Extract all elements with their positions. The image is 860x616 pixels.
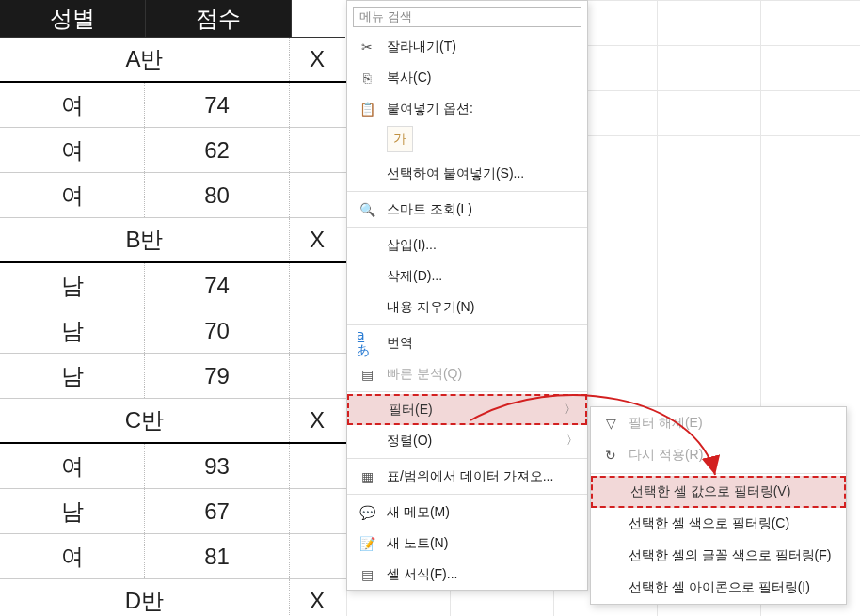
- submenu-filter-by-value[interactable]: 선택한 셀 값으로 필터링(V): [591, 476, 846, 508]
- group-label: C반: [0, 399, 290, 442]
- group-label: A반: [0, 38, 290, 81]
- table-row[interactable]: 남 67: [0, 489, 348, 534]
- cell-gender: 여: [0, 444, 145, 488]
- scissors-icon: ✂: [357, 39, 377, 55]
- submenu-filter-by-color[interactable]: 선택한 셀 색으로 필터링(C): [591, 508, 846, 540]
- clipboard-icon: 📋: [357, 101, 377, 118]
- table-row[interactable]: A반 X: [0, 38, 348, 83]
- menu-label: 새 메모(M): [387, 504, 578, 521]
- blank-icon: [357, 299, 377, 316]
- format-icon: ▤: [357, 566, 377, 583]
- funnel-clear-icon: ▽: [600, 415, 621, 432]
- menu-label: 삽입(I)...: [387, 237, 578, 254]
- blank-icon: [600, 547, 621, 564]
- submenu-label: 선택한 셀 값으로 필터링(V): [630, 483, 835, 500]
- submenu-filter-by-font[interactable]: 선택한 셀의 글꼴 색으로 필터링(F): [591, 540, 846, 572]
- menu-label: 스마트 조회(L): [387, 201, 578, 218]
- menu-label: 정렬(O): [387, 433, 566, 450]
- table-row[interactable]: 남 79: [0, 354, 348, 399]
- x-marker: X: [290, 218, 344, 261]
- table-row[interactable]: 여 80: [0, 173, 348, 218]
- menu-copy[interactable]: ⎘ 복사(C): [347, 62, 587, 93]
- cell-gender: 남: [0, 354, 145, 398]
- chevron-right-icon: 〉: [565, 402, 576, 418]
- paste-options-row: 가: [347, 124, 587, 158]
- menu-paste-options: 📋 붙여넣기 옵션:: [347, 93, 587, 124]
- menu-smart-lookup[interactable]: 🔍 스마트 조회(L): [347, 194, 587, 225]
- spreadsheet: 성별 점수 A반 X 여 74 여 62 여 80 B반 X 남 74 남 70…: [0, 0, 348, 616]
- copy-icon: ⎘: [357, 70, 377, 87]
- cell-blank: [290, 444, 344, 488]
- table-row[interactable]: C반 X: [0, 399, 348, 444]
- cell-gender: 여: [0, 173, 145, 217]
- submenu-label: 선택한 셀의 글꼴 색으로 필터링(F): [629, 547, 836, 564]
- cell-gender: 남: [0, 308, 145, 353]
- cell-score: 67: [145, 489, 290, 533]
- menu-cut[interactable]: ✂ 잘라내기(T): [347, 31, 587, 62]
- x-marker: X: [290, 38, 344, 81]
- paste-option-button[interactable]: 가: [387, 126, 413, 152]
- search-icon: 🔍: [357, 201, 377, 218]
- menu-translate[interactable]: a̲あ 번역: [347, 327, 587, 358]
- table-row[interactable]: B반 X: [0, 218, 348, 263]
- table-row[interactable]: 여 74: [0, 83, 348, 128]
- menu-filter[interactable]: 필터(E) 〉: [347, 394, 587, 425]
- menu-label: 표/범위에서 데이터 가져오...: [387, 468, 578, 485]
- menu-get-data[interactable]: ▦ 표/범위에서 데이터 가져오...: [347, 461, 587, 492]
- blank-icon: [600, 579, 621, 596]
- x-marker: X: [290, 399, 344, 442]
- blank-icon: [600, 515, 621, 532]
- comment-icon: 💬: [357, 504, 377, 521]
- menu-paste-special[interactable]: 선택하여 붙여넣기(S)...: [347, 158, 587, 189]
- table-row[interactable]: 남 70: [0, 308, 348, 354]
- menu-sort[interactable]: 정렬(O) 〉: [347, 425, 587, 456]
- cell-gender: 여: [0, 128, 145, 172]
- cell-blank: [290, 354, 344, 398]
- menu-label: 붙여넣기 옵션:: [387, 101, 578, 118]
- table-row[interactable]: 여 93: [0, 444, 348, 489]
- group-label: D반: [0, 579, 290, 616]
- cell-gender: 여: [0, 83, 145, 127]
- blank-icon: [357, 433, 377, 450]
- cell-score: 79: [145, 354, 290, 398]
- blank-icon: [357, 166, 377, 182]
- menu-delete[interactable]: 삭제(D)...: [347, 261, 587, 292]
- chevron-right-icon: 〉: [566, 433, 578, 449]
- reapply-icon: ↻: [600, 447, 621, 464]
- submenu-label: 다시 적용(R): [629, 447, 836, 464]
- menu-new-comment[interactable]: 💬 새 메모(M): [347, 497, 587, 528]
- cell-blank: [290, 128, 344, 172]
- submenu-filter-by-icon[interactable]: 선택한 셀 아이콘으로 필터링(I): [591, 572, 846, 604]
- blank-icon: [602, 483, 623, 500]
- x-marker: X: [290, 579, 344, 616]
- cell-score: 70: [145, 308, 290, 353]
- quick-analysis-icon: ▤: [357, 366, 377, 383]
- cell-score: 81: [145, 534, 290, 578]
- cell-blank: [290, 173, 344, 217]
- header-blank: [292, 0, 345, 38]
- menu-quick-analysis: ▤ 빠른 분석(Q): [347, 358, 587, 389]
- menu-label: 새 노트(N): [387, 535, 578, 552]
- menu-format-cells[interactable]: ▤ 셀 서식(F)...: [347, 559, 587, 590]
- header-row: 성별 점수: [0, 0, 348, 38]
- translate-icon: a̲あ: [357, 335, 377, 352]
- menu-label: 삭제(D)...: [387, 268, 578, 285]
- cell-gender: 남: [0, 489, 145, 533]
- header-col-gender: 성별: [0, 0, 146, 38]
- menu-label: 선택하여 붙여넣기(S)...: [387, 166, 578, 182]
- cell-blank: [290, 83, 344, 127]
- group-label: B반: [0, 218, 290, 261]
- menu-search-input[interactable]: 메뉴 검색: [353, 7, 581, 27]
- menu-clear[interactable]: 내용 지우기(N): [347, 292, 587, 323]
- table-row[interactable]: 여 62: [0, 128, 348, 173]
- cell-score: 74: [145, 263, 290, 308]
- cell-blank: [290, 534, 344, 578]
- cell-gender: 여: [0, 534, 145, 578]
- table-row[interactable]: 여 81: [0, 534, 348, 579]
- table-row[interactable]: 남 74: [0, 263, 348, 308]
- table-icon: ▦: [357, 468, 377, 485]
- menu-label: 복사(C): [387, 70, 578, 87]
- menu-new-note[interactable]: 📝 새 노트(N): [347, 528, 587, 559]
- menu-insert[interactable]: 삽입(I)...: [347, 229, 587, 261]
- table-row[interactable]: D반 X: [0, 579, 348, 616]
